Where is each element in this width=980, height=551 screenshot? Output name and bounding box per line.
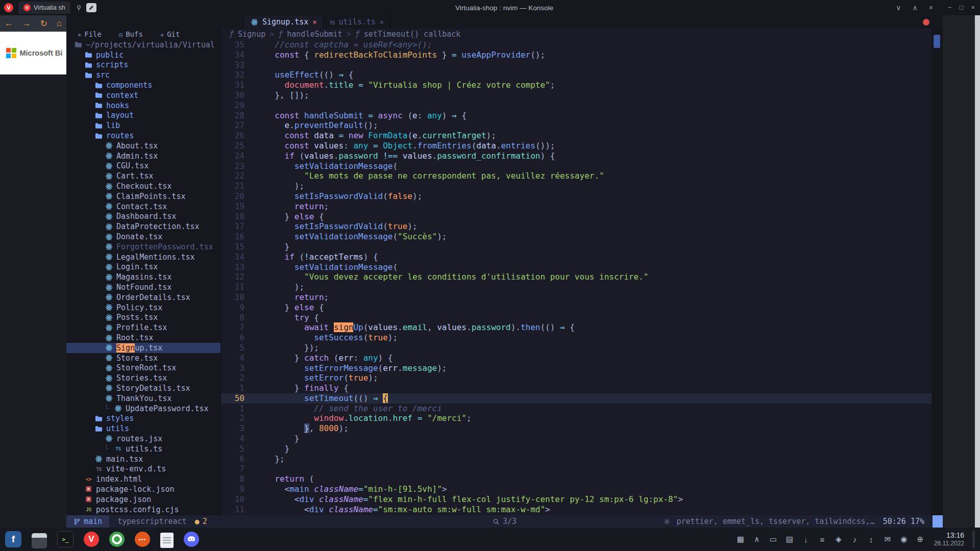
code-line[interactable]: 26 const data = new FormData(e.currentTa… <box>221 131 932 141</box>
browser-scrollbar[interactable] <box>975 15 980 528</box>
code-line[interactable]: 12 "Vous devez accepter les conditions d… <box>221 272 932 282</box>
tree-item-Signup.tsx[interactable]: Signup.tsx <box>66 343 220 353</box>
tree-item-package.json[interactable]: npackage.json <box>66 494 220 505</box>
tree-item-routes.jsx[interactable]: routes.jsx <box>66 434 220 444</box>
code-line[interactable]: 29 <box>221 101 932 111</box>
tray-icon-2[interactable]: ▭ <box>769 535 778 544</box>
pen-icon[interactable] <box>86 3 96 12</box>
tree-item-Checkout.tsx[interactable]: Checkout.tsx <box>66 181 220 191</box>
tree-item-DataProtection.tsx[interactable]: DataProtection.tsx <box>66 221 220 232</box>
tray-icon-11[interactable]: ⊕ <box>916 535 925 544</box>
code-line[interactable]: 10 return; <box>221 292 932 303</box>
tree-item-src[interactable]: src <box>66 70 220 80</box>
tree-item-main.tsx[interactable]: main.tsx <box>66 454 220 464</box>
terminal-icon[interactable]: >_ <box>57 531 74 547</box>
tree-item-scripts[interactable]: scripts <box>66 60 220 70</box>
tree-item-StoryDetails.tsx[interactable]: StoryDetails.tsx <box>66 383 220 393</box>
code-line[interactable]: 21 ); <box>221 181 932 191</box>
scrollbar-track[interactable] <box>932 29 943 515</box>
vivaldi-menu-icon[interactable]: V <box>4 3 13 12</box>
code-line[interactable]: 34 const { redirectBackToClaimPoints } =… <box>221 50 932 60</box>
tree-item-styles[interactable]: styles <box>66 413 220 423</box>
code-line[interactable]: 20 setIsPasswordValid(false); <box>221 191 932 202</box>
code-line[interactable]: 33 <box>221 60 932 70</box>
tree-item-vite-env.d.ts[interactable]: TSvite-env.d.ts <box>66 464 220 474</box>
editor[interactable]: ƒSignup>ƒhandleSubmit>ƒsetTimeout() call… <box>221 29 932 515</box>
code-line[interactable]: 23 setValidationMessage( <box>221 161 932 171</box>
code-line[interactable]: 35 //const captcha = useRef<any>(); <box>221 40 932 50</box>
tree-item-Login.tsx[interactable]: Login.tsx <box>66 262 220 272</box>
code-line[interactable]: 16 setValidationMessage("Succès"); <box>221 232 932 242</box>
reload-icon[interactable]: ↻ <box>40 18 47 29</box>
tree-item-LegalMentions.tsx[interactable]: LegalMentions.tsx <box>66 252 220 262</box>
buffer-tab-utils.ts[interactable]: TSutils.ts× <box>324 15 391 29</box>
vivaldi-browser-icon[interactable]: V <box>84 532 99 547</box>
tree-item-package-lock.json[interactable]: npackage-lock.json <box>66 484 220 494</box>
code-line[interactable]: 5 }); <box>221 343 932 353</box>
tray-icon-9[interactable]: ✉ <box>883 535 892 544</box>
code-line[interactable]: 17 setIsPasswordValid(true); <box>221 221 932 232</box>
browser-close-button[interactable]: × <box>971 0 975 15</box>
code-line[interactable]: 9 } else { <box>221 303 932 313</box>
tree-item-layout[interactable]: layout <box>66 111 220 121</box>
code-line[interactable]: 6 setSuccess(true); <box>221 333 932 343</box>
tree-item-lib[interactable]: lib <box>66 120 220 131</box>
scrollbar-thumb[interactable] <box>934 35 940 48</box>
forward-icon[interactable]: → <box>22 18 31 29</box>
tree-item-Magasins.tsx[interactable]: Magasins.tsx <box>66 272 220 282</box>
browser-minimize-button[interactable]: − <box>948 0 952 15</box>
tree-item-Posts.tsx[interactable]: Posts.tsx <box>66 313 220 323</box>
tree-item-~/projects/virtualia/Virtual[interactable]: ~/projects/virtualia/Virtual <box>66 40 220 50</box>
code-line[interactable]: 8 return ( <box>221 474 932 484</box>
code-line[interactable]: 4 } catch (err: any) { <box>221 353 932 363</box>
explorer-tab-file[interactable]: ▪File <box>78 30 102 38</box>
tree-item-Root.tsx[interactable]: Root.tsx <box>66 333 220 343</box>
tree-item-index.html[interactable]: <>index.html <box>66 474 220 484</box>
tree-item-ForgottenPassword.tsx[interactable]: ForgottenPassword.tsx <box>66 242 220 252</box>
code-line[interactable]: 7 await signUp(values.email, values.pass… <box>221 322 932 333</box>
tray-icon-6[interactable]: ◈ <box>834 535 843 544</box>
tree-item-components[interactable]: components <box>66 80 220 90</box>
code-line[interactable]: 7 <box>221 464 932 474</box>
tray-icon-7[interactable]: ♪ <box>850 535 860 544</box>
pin-icon[interactable] <box>76 5 82 11</box>
code-line[interactable]: 4 } <box>221 434 932 444</box>
browser-tab[interactable]: V Virtualia sh <box>18 2 70 14</box>
code-line[interactable]: 22 "Les mots de passe ne correspondent p… <box>221 171 932 181</box>
tree-item-NotFound.tsx[interactable]: NotFound.tsx <box>66 282 220 292</box>
tree-item-About.tsx[interactable]: About.tsx <box>66 141 220 151</box>
minimize-button[interactable]: ∨ <box>896 0 901 15</box>
show-desktop-button[interactable] <box>972 531 975 548</box>
tree-item-utils[interactable]: utils <box>66 423 220 434</box>
code-line[interactable]: 28 const handleSubmit = async (e: any) ⇒… <box>221 111 932 121</box>
tray-icon-1[interactable]: ∧ <box>752 535 762 544</box>
tray-icon-5[interactable]: ≡ <box>818 535 827 544</box>
tree-item-Profile.tsx[interactable]: Profile.tsx <box>66 322 220 333</box>
code-line[interactable]: 3 setErrorMessage(err.message); <box>221 363 932 373</box>
tab-close-icon[interactable]: × <box>312 18 316 26</box>
tree-item-public[interactable]: public <box>66 50 220 60</box>
code-line[interactable]: 32 useEffect(() ⇒ { <box>221 70 932 80</box>
tree-item-context[interactable]: context <box>66 90 220 101</box>
tree-item-utils.ts[interactable]: └ TSutils.ts <box>66 444 220 454</box>
tree-item-Store.tsx[interactable]: Store.tsx <box>66 353 220 363</box>
tree-item-postcss.config.cjs[interactable]: JSpostcss.config.cjs <box>66 505 220 515</box>
code-line[interactable]: 27 e.preventDefault(); <box>221 120 932 131</box>
code-line[interactable]: 10 <div className="flex min-h-full flex-… <box>221 494 932 505</box>
buffer-tab-Signup.tsx[interactable]: Signup.tsx× <box>244 15 324 29</box>
code-line[interactable]: 2 window.location.href = "/merci"; <box>221 413 932 423</box>
tree-item-ClaimPoints.tsx[interactable]: ClaimPoints.tsx <box>66 191 220 202</box>
browser-maximize-button[interactable]: □ <box>960 0 964 15</box>
tray-icon-0[interactable]: ▦ <box>736 535 745 544</box>
bufferline-close-button[interactable] <box>923 19 929 26</box>
explorer-tab-bufs[interactable]: ▤Bufs <box>119 30 143 38</box>
discord-icon[interactable] <box>184 532 199 547</box>
tree-item-hooks[interactable]: hooks <box>66 101 220 111</box>
tree-item-Admin.tsx[interactable]: Admin.tsx <box>66 151 220 161</box>
tray-icon-4[interactable]: ↓ <box>801 535 811 544</box>
code-line[interactable]: 24 if (values.password !== values.passwo… <box>221 151 932 161</box>
code-line[interactable]: 1 } finally { <box>221 383 932 393</box>
code-line[interactable]: 31 document.title = "Virtualia shop | Cr… <box>221 80 932 90</box>
tree-item-routes[interactable]: routes <box>66 131 220 141</box>
tray-icon-8[interactable]: ↕ <box>867 535 876 544</box>
